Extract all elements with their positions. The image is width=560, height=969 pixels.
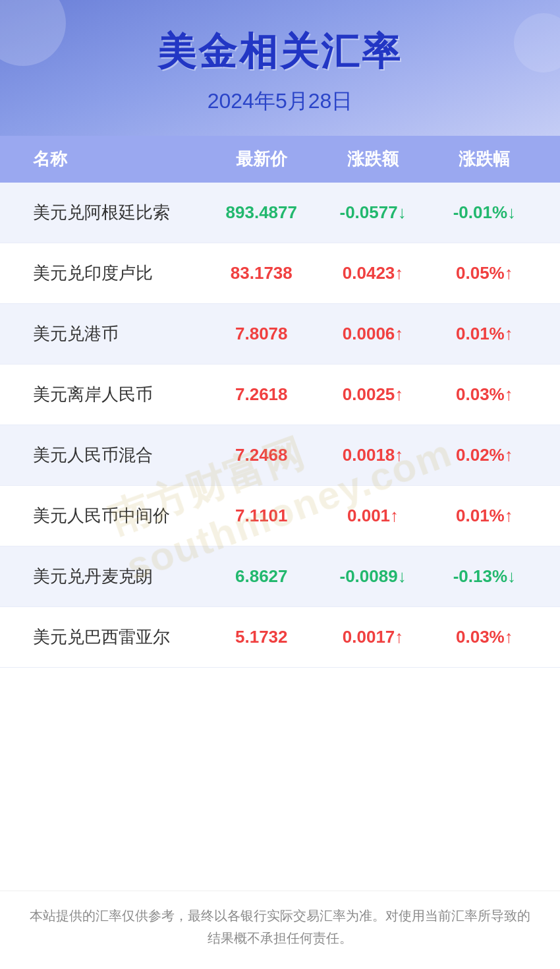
row-name: 美元兑港币 <box>20 322 206 345</box>
row-price: 7.8078 <box>206 324 317 344</box>
row-name: 美元兑丹麦克朗 <box>20 565 206 588</box>
row-pct: 0.02%↑ <box>429 445 540 465</box>
table-row: 美元兑印度卢比 83.1738 0.0423↑ 0.05%↑ <box>0 243 560 304</box>
row-change: -0.0577↓ <box>317 202 428 223</box>
row-change: 0.0025↑ <box>317 384 428 405</box>
row-price: 83.1738 <box>206 263 317 283</box>
row-name: 美元兑巴西雷亚尔 <box>20 626 206 649</box>
row-pct: 0.05%↑ <box>429 263 540 283</box>
row-pct: 0.01%↑ <box>429 506 540 526</box>
row-price: 5.1732 <box>206 627 317 647</box>
row-price: 7.2618 <box>206 384 317 405</box>
row-change: 0.0423↑ <box>317 263 428 283</box>
col-change: 涨跌额 <box>317 148 428 171</box>
page-title: 美金相关汇率 <box>13 26 547 78</box>
row-price: 7.2468 <box>206 445 317 465</box>
row-pct: 0.03%↑ <box>429 627 540 647</box>
row-name: 美元离岸人民币 <box>20 383 206 406</box>
row-pct: -0.13%↓ <box>429 566 540 587</box>
row-name: 美元人民币中间价 <box>20 504 206 527</box>
row-name: 美元人民币混合 <box>20 444 206 467</box>
row-change: 0.0006↑ <box>317 324 428 344</box>
table-row: 美元兑丹麦克朗 6.8627 -0.0089↓ -0.13%↓ <box>0 546 560 607</box>
table-row: 美元兑阿根廷比索 893.4877 -0.0577↓ -0.01%↓ <box>0 183 560 243</box>
table-row: 美元人民币中间价 7.1101 0.001↑ 0.01%↑ <box>0 486 560 546</box>
page-header: 美金相关汇率 2024年5月28日 <box>0 0 560 136</box>
col-name: 名称 <box>20 148 206 171</box>
row-name: 美元兑阿根廷比索 <box>20 201 206 224</box>
table-row: 美元兑港币 7.8078 0.0006↑ 0.01%↑ <box>0 304 560 365</box>
row-name: 美元兑印度卢比 <box>20 262 206 285</box>
row-pct: 0.01%↑ <box>429 324 540 344</box>
row-change: 0.0017↑ <box>317 627 428 647</box>
row-change: 0.001↑ <box>317 506 428 526</box>
table-row: 美元离岸人民币 7.2618 0.0025↑ 0.03%↑ <box>0 365 560 425</box>
row-change: 0.0018↑ <box>317 445 428 465</box>
row-pct: 0.03%↑ <box>429 384 540 405</box>
col-price: 最新价 <box>206 148 317 171</box>
footer-disclaimer: 本站提供的汇率仅供参考，最终以各银行实际交易汇率为准。对使用当前汇率所导致的结果… <box>0 891 560 969</box>
table-row: 美元兑巴西雷亚尔 5.1732 0.0017↑ 0.03%↑ <box>0 607 560 668</box>
row-pct: -0.01%↓ <box>429 202 540 223</box>
row-price: 7.1101 <box>206 506 317 526</box>
table-row: 美元人民币混合 7.2468 0.0018↑ 0.02%↑ <box>0 425 560 486</box>
row-price: 893.4877 <box>206 202 317 223</box>
table-header: 名称 最新价 涨跌额 涨跌幅 <box>0 136 560 183</box>
col-pct: 涨跌幅 <box>429 148 540 171</box>
page-date: 2024年5月28日 <box>13 87 547 116</box>
table-body: 美元兑阿根廷比索 893.4877 -0.0577↓ -0.01%↓ 美元兑印度… <box>0 183 560 891</box>
row-change: -0.0089↓ <box>317 566 428 587</box>
row-price: 6.8627 <box>206 566 317 587</box>
